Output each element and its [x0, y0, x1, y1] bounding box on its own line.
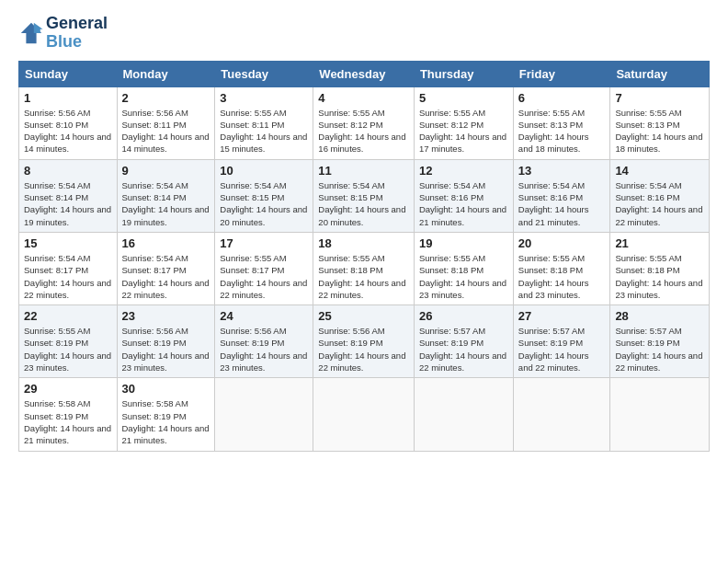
calendar-cell — [414, 378, 513, 451]
calendar-cell: 14 Sunrise: 5:54 AM Sunset: 8:16 PM Dayl… — [610, 159, 710, 232]
day-info: Sunrise: 5:55 AM Sunset: 8:19 PM Dayligh… — [24, 325, 112, 373]
calendar-cell: 24 Sunrise: 5:56 AM Sunset: 8:19 PM Dayl… — [215, 305, 313, 378]
day-info: Sunrise: 5:54 AM Sunset: 8:15 PM Dayligh… — [318, 179, 409, 228]
calendar-cell: 25 Sunrise: 5:56 AM Sunset: 8:19 PM Dayl… — [313, 305, 415, 378]
day-number: 13 — [518, 164, 606, 178]
day-number: 29 — [24, 382, 112, 396]
calendar-cell: 7 Sunrise: 5:55 AM Sunset: 8:13 PM Dayli… — [610, 86, 710, 159]
day-number: 21 — [615, 236, 704, 250]
day-info: Sunrise: 5:56 AM Sunset: 8:11 PM Dayligh… — [122, 107, 210, 155]
calendar-table: SundayMondayTuesdayWednesdayThursdayFrid… — [18, 61, 710, 452]
calendar-cell: 20 Sunrise: 5:55 AM Sunset: 8:18 PM Dayl… — [513, 232, 610, 304]
day-number: 11 — [318, 164, 409, 178]
calendar-cell: 1 Sunrise: 5:56 AM Sunset: 8:10 PM Dayli… — [19, 86, 118, 159]
day-info: Sunrise: 5:54 AM Sunset: 8:15 PM Dayligh… — [220, 179, 308, 228]
calendar-cell: 16 Sunrise: 5:54 AM Sunset: 8:17 PM Dayl… — [117, 232, 215, 304]
calendar-cell: 11 Sunrise: 5:54 AM Sunset: 8:15 PM Dayl… — [313, 159, 415, 232]
header: General Blue — [18, 15, 710, 52]
day-info: Sunrise: 5:55 AM Sunset: 8:13 PM Dayligh… — [615, 107, 704, 155]
day-number: 3 — [220, 91, 308, 105]
day-info: Sunrise: 5:58 AM Sunset: 8:19 PM Dayligh… — [122, 397, 210, 446]
weekday-header-saturday: Saturday — [610, 61, 710, 86]
day-number: 1 — [24, 91, 112, 105]
day-number: 17 — [220, 236, 308, 250]
day-number: 19 — [419, 236, 508, 250]
weekday-header-friday: Friday — [513, 61, 610, 86]
calendar-cell: 9 Sunrise: 5:54 AM Sunset: 8:14 PM Dayli… — [117, 159, 215, 232]
day-info: Sunrise: 5:55 AM Sunset: 8:18 PM Dayligh… — [318, 252, 409, 301]
day-info: Sunrise: 5:54 AM Sunset: 8:14 PM Dayligh… — [24, 179, 112, 228]
calendar-cell: 10 Sunrise: 5:54 AM Sunset: 8:15 PM Dayl… — [215, 159, 313, 232]
calendar-cell: 22 Sunrise: 5:55 AM Sunset: 8:19 PM Dayl… — [19, 305, 118, 378]
day-info: Sunrise: 5:55 AM Sunset: 8:17 PM Dayligh… — [220, 252, 308, 301]
calendar-week-row: 15 Sunrise: 5:54 AM Sunset: 8:17 PM Dayl… — [19, 232, 710, 304]
weekday-header-row: SundayMondayTuesdayWednesdayThursdayFrid… — [19, 61, 710, 86]
calendar-cell — [513, 378, 610, 451]
calendar-week-row: 8 Sunrise: 5:54 AM Sunset: 8:14 PM Dayli… — [19, 159, 710, 232]
day-info: Sunrise: 5:54 AM Sunset: 8:16 PM Dayligh… — [615, 179, 704, 228]
day-number: 27 — [518, 309, 606, 323]
calendar-cell: 13 Sunrise: 5:54 AM Sunset: 8:16 PM Dayl… — [513, 159, 610, 232]
day-info: Sunrise: 5:56 AM Sunset: 8:10 PM Dayligh… — [24, 107, 112, 155]
calendar-cell: 2 Sunrise: 5:56 AM Sunset: 8:11 PM Dayli… — [117, 86, 215, 159]
day-info: Sunrise: 5:55 AM Sunset: 8:18 PM Dayligh… — [419, 252, 508, 301]
calendar-cell: 18 Sunrise: 5:55 AM Sunset: 8:18 PM Dayl… — [313, 232, 415, 304]
day-number: 18 — [318, 236, 409, 250]
calendar-cell: 30 Sunrise: 5:58 AM Sunset: 8:19 PM Dayl… — [117, 378, 215, 451]
logo-icon — [18, 20, 44, 46]
day-number: 10 — [220, 164, 308, 178]
calendar-cell: 28 Sunrise: 5:57 AM Sunset: 8:19 PM Dayl… — [610, 305, 710, 378]
day-info: Sunrise: 5:55 AM Sunset: 8:18 PM Dayligh… — [518, 252, 606, 301]
calendar-cell: 27 Sunrise: 5:57 AM Sunset: 8:19 PM Dayl… — [513, 305, 610, 378]
day-info: Sunrise: 5:58 AM Sunset: 8:19 PM Dayligh… — [24, 397, 112, 446]
day-info: Sunrise: 5:54 AM Sunset: 8:17 PM Dayligh… — [122, 252, 210, 301]
weekday-header-wednesday: Wednesday — [313, 61, 415, 86]
day-info: Sunrise: 5:54 AM Sunset: 8:17 PM Dayligh… — [24, 252, 112, 301]
day-info: Sunrise: 5:57 AM Sunset: 8:19 PM Dayligh… — [518, 325, 606, 373]
day-number: 22 — [24, 309, 112, 323]
day-number: 2 — [122, 91, 210, 105]
calendar-cell: 23 Sunrise: 5:56 AM Sunset: 8:19 PM Dayl… — [117, 305, 215, 378]
day-number: 12 — [419, 164, 508, 178]
day-number: 6 — [518, 91, 606, 105]
day-number: 15 — [24, 236, 112, 250]
calendar-cell: 4 Sunrise: 5:55 AM Sunset: 8:12 PM Dayli… — [313, 86, 415, 159]
day-number: 24 — [220, 309, 308, 323]
day-number: 4 — [318, 91, 409, 105]
calendar-week-row: 1 Sunrise: 5:56 AM Sunset: 8:10 PM Dayli… — [19, 86, 710, 159]
logo-text: General Blue — [46, 15, 108, 52]
day-number: 30 — [122, 382, 210, 396]
day-info: Sunrise: 5:54 AM Sunset: 8:16 PM Dayligh… — [419, 179, 508, 228]
day-info: Sunrise: 5:55 AM Sunset: 8:12 PM Dayligh… — [419, 107, 508, 155]
day-info: Sunrise: 5:54 AM Sunset: 8:16 PM Dayligh… — [518, 179, 606, 228]
weekday-header-thursday: Thursday — [414, 61, 513, 86]
day-info: Sunrise: 5:55 AM Sunset: 8:12 PM Dayligh… — [318, 107, 409, 155]
calendar-cell: 8 Sunrise: 5:54 AM Sunset: 8:14 PM Dayli… — [19, 159, 118, 232]
calendar-week-row: 29 Sunrise: 5:58 AM Sunset: 8:19 PM Dayl… — [19, 378, 710, 451]
day-number: 23 — [122, 309, 210, 323]
page: General Blue SundayMondayTuesdayWednesda… — [0, 0, 728, 563]
day-info: Sunrise: 5:55 AM Sunset: 8:18 PM Dayligh… — [615, 252, 704, 301]
day-number: 7 — [615, 91, 704, 105]
day-info: Sunrise: 5:56 AM Sunset: 8:19 PM Dayligh… — [122, 325, 210, 373]
calendar-cell: 12 Sunrise: 5:54 AM Sunset: 8:16 PM Dayl… — [414, 159, 513, 232]
day-info: Sunrise: 5:56 AM Sunset: 8:19 PM Dayligh… — [220, 325, 308, 373]
day-number: 9 — [122, 164, 210, 178]
day-number: 16 — [122, 236, 210, 250]
calendar-cell: 6 Sunrise: 5:55 AM Sunset: 8:13 PM Dayli… — [513, 86, 610, 159]
day-number: 20 — [518, 236, 606, 250]
calendar-cell: 19 Sunrise: 5:55 AM Sunset: 8:18 PM Dayl… — [414, 232, 513, 304]
day-number: 26 — [419, 309, 508, 323]
day-number: 25 — [318, 309, 409, 323]
svg-marker-1 — [34, 23, 43, 33]
day-number: 8 — [24, 164, 112, 178]
calendar-cell: 17 Sunrise: 5:55 AM Sunset: 8:17 PM Dayl… — [215, 232, 313, 304]
calendar-week-row: 22 Sunrise: 5:55 AM Sunset: 8:19 PM Dayl… — [19, 305, 710, 378]
day-number: 14 — [615, 164, 704, 178]
day-info: Sunrise: 5:54 AM Sunset: 8:14 PM Dayligh… — [122, 179, 210, 228]
day-number: 28 — [615, 309, 704, 323]
day-info: Sunrise: 5:55 AM Sunset: 8:11 PM Dayligh… — [220, 107, 308, 155]
calendar-cell: 15 Sunrise: 5:54 AM Sunset: 8:17 PM Dayl… — [19, 232, 118, 304]
calendar-cell — [313, 378, 415, 451]
calendar-cell — [215, 378, 313, 451]
